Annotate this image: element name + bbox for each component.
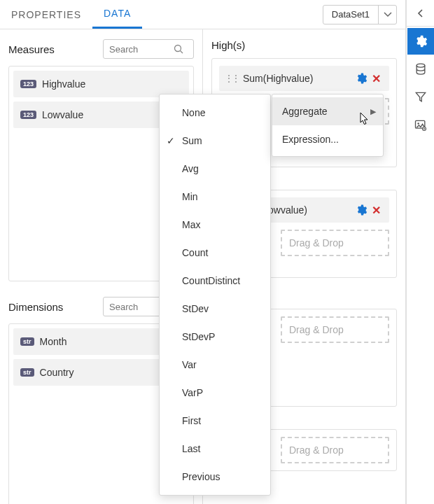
drop-zone[interactable]: Drag & Drop <box>281 316 389 343</box>
menu-item-stdev[interactable]: StDev <box>160 295 270 323</box>
menu-item-varp[interactable]: VarP <box>160 379 270 407</box>
menu-item-previous[interactable]: Previous <box>160 463 270 491</box>
menu-item-label: Aggregate <box>282 106 328 117</box>
measures-search[interactable] <box>103 39 194 59</box>
chevron-down-icon <box>378 6 396 24</box>
binding-chip[interactable]: ⋮⋮ Sum(Highvalue) ✕ <box>219 66 389 91</box>
chevron-right-icon: ▶ <box>370 107 376 116</box>
rail-settings[interactable] <box>407 28 434 55</box>
menu-item-aggregate[interactable]: Aggregate ▶ <box>272 97 383 125</box>
menu-item-none[interactable]: None <box>160 99 270 127</box>
header: Properties Data DataSet1 <box>0 0 405 29</box>
close-icon[interactable]: ✕ <box>369 202 384 218</box>
string-badge-icon: str <box>20 337 34 346</box>
menu-item-first[interactable]: First <box>160 407 270 435</box>
tabs: Properties Data <box>0 0 323 29</box>
menu-item-avg[interactable]: Avg <box>160 155 270 183</box>
tab-properties[interactable]: Properties <box>0 0 92 29</box>
gear-icon[interactable] <box>354 71 369 86</box>
gear-icon[interactable] <box>354 202 369 218</box>
menu-item-stdevp[interactable]: StDevP <box>160 323 270 351</box>
field-label: Month <box>40 336 67 347</box>
dataset-select[interactable]: DataSet1 <box>323 5 397 24</box>
drop-zone[interactable]: Drag & Drop <box>281 437 389 463</box>
svg-line-1 <box>181 51 183 54</box>
tab-data[interactable]: Data <box>92 0 142 29</box>
menu-item-var[interactable]: Var <box>160 351 270 379</box>
section-title-highs: High(s) <box>211 39 397 51</box>
dataset-value: DataSet1 <box>323 9 378 20</box>
measures-search-input[interactable] <box>104 44 174 55</box>
dimensions-title: Dimensions <box>8 301 97 313</box>
menu-item-sum[interactable]: Sum <box>160 127 270 155</box>
menu-item-countdistinct[interactable]: CountDistinct <box>160 267 270 295</box>
field-label: Lowvalue <box>42 109 83 120</box>
field-label: Highvalue <box>42 78 85 90</box>
menu-item-last[interactable]: Last <box>160 435 270 463</box>
svg-point-4 <box>416 64 425 67</box>
chip-label: Sum(Highvalue) <box>243 73 354 84</box>
context-submenu: Aggregate ▶ Expression... <box>272 94 384 157</box>
measures-title: Measures <box>8 43 97 55</box>
string-badge-icon: str <box>20 368 34 377</box>
grip-icon[interactable]: ⋮⋮ <box>225 74 239 83</box>
svg-point-6 <box>417 122 419 125</box>
aggregate-menu: None Sum Avg Min Max Count CountDistinct… <box>159 94 271 496</box>
collapse-button[interactable] <box>407 0 434 27</box>
rail-filter[interactable] <box>407 84 434 111</box>
numeric-badge-icon: 123 <box>20 111 36 119</box>
drop-zone[interactable]: Drag & Drop <box>281 230 389 256</box>
numeric-badge-icon: 123 <box>20 80 36 88</box>
field-label: Country <box>40 367 74 378</box>
menu-item-min[interactable]: Min <box>160 183 270 211</box>
menu-item-expression[interactable]: Expression... <box>272 125 383 153</box>
close-icon[interactable]: ✕ <box>369 71 384 87</box>
rail-image-settings[interactable] <box>407 112 434 139</box>
menu-item-max[interactable]: Max <box>160 211 270 239</box>
chip-label: owvalue) <box>268 204 354 216</box>
menu-item-label: Expression... <box>282 134 339 145</box>
svg-point-0 <box>175 46 181 52</box>
search-icon <box>174 44 188 54</box>
menu-item-count[interactable]: Count <box>160 239 270 267</box>
right-rail <box>406 0 434 504</box>
rail-data[interactable] <box>407 56 434 83</box>
